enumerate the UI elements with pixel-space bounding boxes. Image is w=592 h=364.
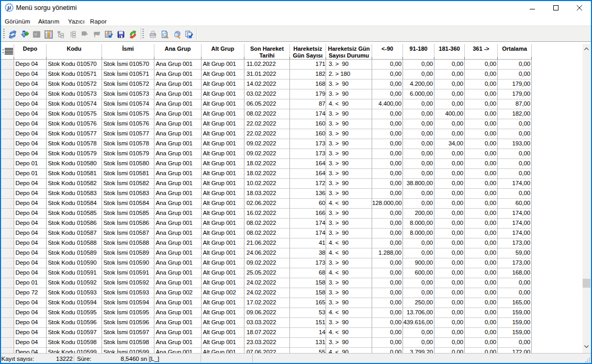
svg-text:µ: µ [7, 4, 11, 11]
